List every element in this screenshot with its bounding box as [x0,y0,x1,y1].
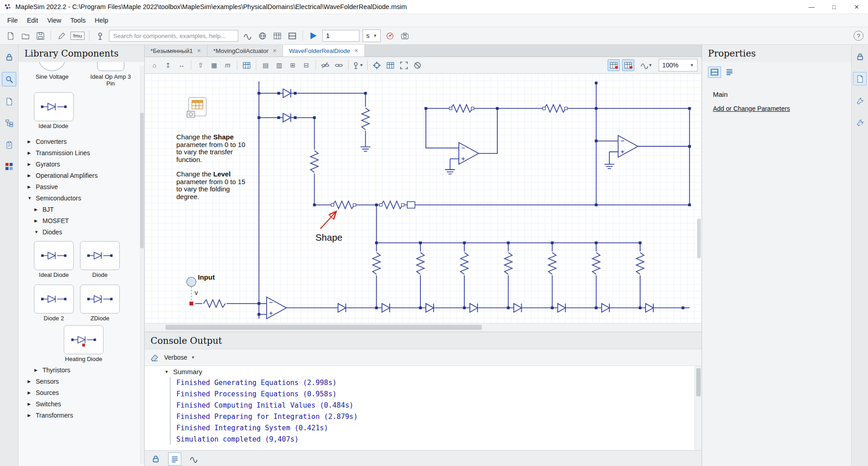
component-ideal-diode-featured[interactable]: Ideal Diode [19,87,144,131]
show-connection-ports-toggle[interactable] [622,59,634,71]
show-parameter-ports-toggle[interactable] [608,59,620,71]
probe-mode-dropdown[interactable]: ▼ [352,60,363,71]
equations-icon[interactable]: m [222,60,233,71]
diode-component[interactable] [283,113,291,122]
diode-component[interactable] [558,304,566,312]
component-diode[interactable]: Diode [80,241,120,278]
component-zdiode[interactable]: ZDiode [80,285,120,322]
verbosity-select[interactable]: Verbose ▼ [164,354,195,361]
ground-component[interactable] [445,167,455,174]
canvas-note-shape[interactable]: Change the Shape parameter from 0 to 10 … [176,133,247,163]
save-file-icon[interactable] [34,30,46,42]
new-file-icon[interactable] [5,30,16,42]
app-window-icon[interactable] [286,30,298,42]
tab-untitled1[interactable]: *Безымянный1 ✕ [145,45,208,57]
diode-component[interactable] [338,304,346,312]
ground-component[interactable] [604,162,614,169]
plot-window-icon[interactable] [241,30,253,42]
close-button[interactable]: ✕ [845,0,868,14]
diode-component[interactable] [646,304,653,312]
console-scrollbar-thumb[interactable] [696,368,701,396]
component-diode-2[interactable]: Diode 2 [34,285,74,322]
canvas-horizontal-scrollbar[interactable] [145,323,702,332]
multibody-settings-icon[interactable] [2,160,16,173]
menu-file[interactable]: File [3,15,22,25]
open-file-icon[interactable] [19,30,31,42]
tree-item-diodes[interactable]: ▼Diodes [19,226,144,238]
tree-item-transformers[interactable]: ▶Transformers [19,409,144,421]
attached-files-icon[interactable] [2,138,16,152]
library-scrollbar-thumb[interactable] [140,113,144,248]
tree-item-converters[interactable]: ▶Converters [19,136,144,147]
input-port-node[interactable] [189,302,193,305]
disconnect-icon[interactable] [320,60,331,71]
distribute-vertical-icon[interactable]: ⊟ [301,60,312,71]
run-simulation-button[interactable] [307,30,319,42]
annotation-arrow[interactable] [321,213,335,229]
resistor-component[interactable] [547,252,557,276]
diode-component[interactable] [470,304,477,312]
embedded-snapshot-icon[interactable] [187,98,207,118]
fit-view-icon[interactable] [398,60,410,71]
resistor-component[interactable] [372,252,382,276]
opamp-component[interactable] [267,297,287,319]
tools-wrench-icon[interactable] [854,95,866,107]
align-center-icon[interactable]: ▥ [274,60,285,71]
lock-panel-icon[interactable] [2,50,16,64]
simulation-duration-input[interactable] [322,30,359,42]
community-icon[interactable] [256,30,268,42]
component-ideal-op-amp[interactable]: Ideal Op Amp 3 Pin [86,62,136,87]
tree-item-sensors[interactable]: ▶Sensors [19,376,144,387]
properties-list-icon[interactable] [723,67,736,77]
tree-item-switches[interactable]: ▶Switches [19,398,144,409]
disable-icon[interactable] [412,60,423,71]
schematic-canvas[interactable]: Input v Shape Change the Shape parameter… [145,74,702,323]
tree-item-mosfet[interactable]: ▶MOSFET [19,215,144,226]
small-component[interactable] [407,202,415,208]
properties-view-icon[interactable] [708,67,721,78]
resistor-component[interactable] [415,252,425,276]
tree-item-semiconductors[interactable]: ▼Semiconductors [19,192,144,204]
library-components-icon[interactable] [2,72,16,86]
multibody-tools-icon[interactable] [854,116,866,129]
simulation-results-icon[interactable] [188,453,200,465]
tree-item-passive[interactable]: ▶Passive [19,181,144,192]
annotation-icon[interactable] [56,30,67,42]
search-input[interactable] [109,30,238,42]
diode-component[interactable] [382,304,390,312]
clear-console-icon[interactable] [150,353,159,362]
close-icon[interactable]: ✕ [273,48,277,54]
resistor-component[interactable] [331,200,355,210]
tree-item-transmission-lines[interactable]: ▶Transmission Lines [19,147,144,158]
minimize-button[interactable]: — [800,0,823,14]
diode-component[interactable] [426,304,434,312]
maximize-button[interactable]: □ [823,0,845,14]
search-documents-icon[interactable] [2,95,16,108]
diode-component[interactable] [514,304,521,312]
tree-item-gyrators[interactable]: ▶Gyrators [19,158,144,170]
tree-item-operational-amplifiers[interactable]: ▶Operational Amplifiers [19,170,144,181]
probe-gauge-icon[interactable] [384,30,396,42]
browse-home-icon[interactable]: ⌂ [149,60,160,71]
close-icon[interactable]: ✕ [354,48,359,54]
resistor-component[interactable] [449,104,473,114]
circuit-wires[interactable] [195,81,689,319]
console-view-icon[interactable] [168,452,181,466]
opamp-component[interactable] [459,143,479,164]
component-heating-diode[interactable]: Heating Diode [19,323,144,363]
connect-icon[interactable] [333,60,344,71]
attach-probe-icon[interactable] [94,30,106,42]
close-icon[interactable]: ✕ [197,48,201,54]
tree-item-thyristors[interactable]: ▶Thyristors [19,364,144,376]
component-ideal-diode[interactable]: Ideal Diode [34,241,74,278]
lock-panel-icon[interactable] [854,50,866,63]
ground-component[interactable] [360,144,370,152]
canvas-note-level[interactable]: Change the Level parameter from 0 to 15 … [176,171,247,200]
resistor-component[interactable] [635,252,645,276]
diode-component[interactable] [283,89,291,98]
menu-help[interactable]: Help [90,15,113,25]
resistor-component[interactable] [360,107,370,131]
properties-tab-icon[interactable] [853,72,867,86]
component-sine-voltage[interactable]: Sine Voltage [27,62,77,80]
menu-edit[interactable]: Edit [22,15,42,25]
